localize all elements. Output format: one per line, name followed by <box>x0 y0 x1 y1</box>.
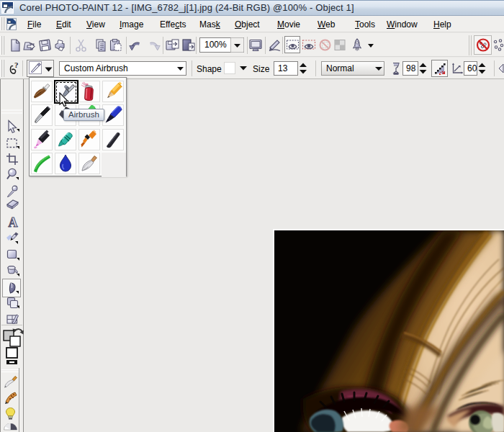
svg-text:?: ? <box>14 61 19 69</box>
svg-text:A: A <box>9 215 18 230</box>
